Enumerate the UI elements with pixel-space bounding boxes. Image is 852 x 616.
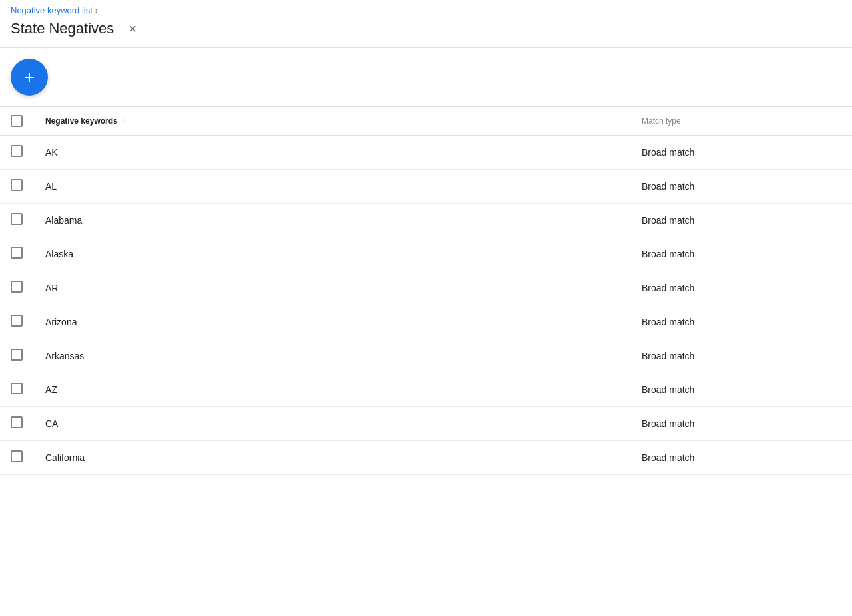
table-row: Arizona Broad match xyxy=(0,305,852,339)
breadcrumb-chevron-icon: › xyxy=(95,5,98,15)
row-checkbox-area[interactable] xyxy=(11,450,45,465)
keyword-cell: CA xyxy=(45,418,642,429)
match-type-cell: Broad match xyxy=(642,283,841,293)
row-checkbox-area[interactable] xyxy=(11,349,45,363)
row-checkbox-area[interactable] xyxy=(11,247,45,261)
row-checkbox[interactable] xyxy=(11,416,23,428)
row-checkbox[interactable] xyxy=(11,383,23,394)
row-checkbox[interactable] xyxy=(11,145,23,157)
row-checkbox[interactable] xyxy=(11,450,23,462)
keyword-cell: Alaska xyxy=(45,249,642,259)
add-keyword-button[interactable]: + xyxy=(11,59,48,96)
select-all-checkbox[interactable] xyxy=(11,115,23,127)
title-row: State Negatives × xyxy=(11,18,841,39)
match-type-cell: Broad match xyxy=(642,249,841,259)
keyword-cell: Arkansas xyxy=(45,351,642,361)
header: Negative keyword list › State Negatives … xyxy=(0,0,852,48)
breadcrumb: Negative keyword list › xyxy=(11,5,841,15)
row-checkbox[interactable] xyxy=(11,213,23,225)
table-row: AK Broad match xyxy=(0,136,852,170)
match-type-cell: Broad match xyxy=(642,147,841,158)
match-type-cell: Broad match xyxy=(642,181,841,192)
table-row: Alabama Broad match xyxy=(0,204,852,237)
row-checkbox[interactable] xyxy=(11,281,23,293)
sort-icon[interactable]: ↑ xyxy=(122,116,126,126)
row-checkbox-area[interactable] xyxy=(11,315,45,329)
keyword-cell: AR xyxy=(45,283,642,293)
match-type-cell: Broad match xyxy=(642,452,841,463)
row-checkbox[interactable] xyxy=(11,179,23,191)
row-checkbox-area[interactable] xyxy=(11,416,45,431)
close-button[interactable]: × xyxy=(122,18,143,39)
page-title: State Negatives xyxy=(11,20,114,37)
keyword-cell: California xyxy=(45,452,642,463)
table-row: California Broad match xyxy=(0,441,852,475)
toolbar: + xyxy=(0,48,852,107)
table-header: Negative keywords ↑ Match type xyxy=(0,107,852,136)
row-checkbox-area[interactable] xyxy=(11,179,45,194)
keyword-cell: AK xyxy=(45,147,642,158)
keyword-column-header: Negative keywords ↑ xyxy=(45,116,642,126)
table-row: AZ Broad match xyxy=(0,373,852,407)
row-checkbox-area[interactable] xyxy=(11,213,45,228)
table-row: CA Broad match xyxy=(0,407,852,441)
row-checkbox-area[interactable] xyxy=(11,145,45,160)
table-row: AR Broad match xyxy=(0,271,852,305)
row-checkbox[interactable] xyxy=(11,247,23,259)
match-type-cell: Broad match xyxy=(642,418,841,429)
match-type-cell: Broad match xyxy=(642,215,841,226)
row-checkbox[interactable] xyxy=(11,315,23,327)
row-checkbox-area[interactable] xyxy=(11,383,45,397)
table-row: Alaska Broad match xyxy=(0,237,852,271)
match-type-cell: Broad match xyxy=(642,385,841,395)
match-type-cell: Broad match xyxy=(642,317,841,327)
match-type-cell: Broad match xyxy=(642,351,841,361)
keywords-table: Negative keywords ↑ Match type AK Broad … xyxy=(0,107,852,475)
row-checkbox[interactable] xyxy=(11,349,23,361)
header-checkbox-area[interactable] xyxy=(11,115,45,127)
match-type-column-header: Match type xyxy=(642,116,841,126)
breadcrumb-link[interactable]: Negative keyword list xyxy=(11,5,93,15)
keyword-cell: Arizona xyxy=(45,317,642,327)
keyword-cell: Alabama xyxy=(45,215,642,226)
table-row: Arkansas Broad match xyxy=(0,339,852,373)
table-row: AL Broad match xyxy=(0,170,852,204)
row-checkbox-area[interactable] xyxy=(11,281,45,295)
keyword-cell: AZ xyxy=(45,385,642,395)
keyword-cell: AL xyxy=(45,181,642,192)
keyword-column-label: Negative keywords xyxy=(45,116,118,126)
table-body: AK Broad match AL Broad match Alabama Br… xyxy=(0,136,852,475)
